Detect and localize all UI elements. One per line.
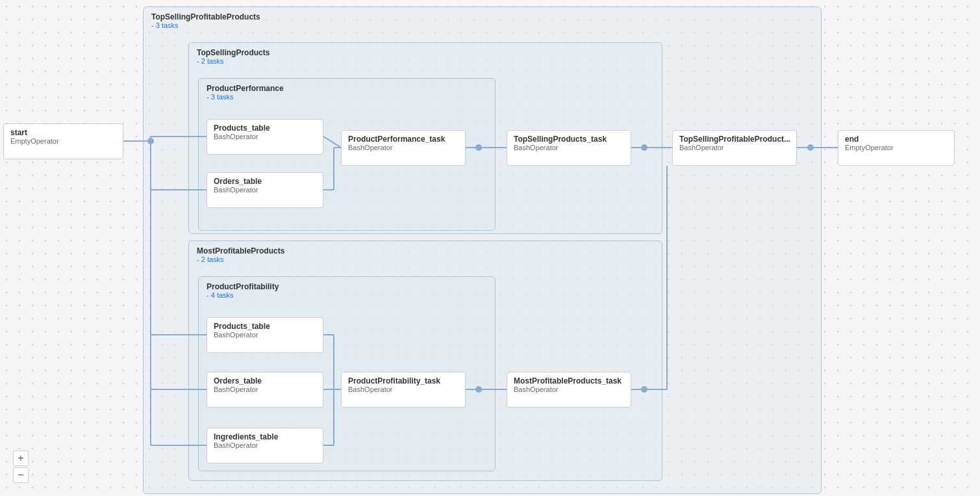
node-orders-table-2[interactable]: Orders_table BashOperator [207, 372, 323, 408]
node-orders-table-2-subtitle: BashOperator [214, 385, 316, 393]
node-top-selling-products-task-title: TopSellingProducts_task [514, 135, 624, 144]
node-product-performance-task-title: ProductPerformance_task [348, 135, 459, 144]
node-top-selling-profitable-task-subtitle: BashOperator [679, 144, 790, 151]
group-label-most-profitable: MostProfitableProducts - 2 tasks [197, 246, 284, 263]
group-title-top-selling: TopSellingProducts [197, 48, 270, 57]
node-products-table-1-title: Products_table [214, 124, 316, 133]
node-ingredients-table-title: Ingredients_table [214, 432, 316, 441]
node-top-selling-profitable-task-title: TopSellingProfitableProduct... [679, 135, 790, 144]
node-products-table-2-title: Products_table [214, 322, 316, 331]
zoom-in-button[interactable]: + [13, 450, 29, 466]
group-label-product-performance: ProductPerformance - 3 tasks [207, 84, 284, 101]
node-ingredients-table[interactable]: Ingredients_table BashOperator [207, 428, 323, 463]
group-tasks-top-selling: - 2 tasks [197, 57, 270, 65]
node-start[interactable]: start EmptyOperator [3, 124, 123, 159]
zoom-out-button[interactable]: − [13, 467, 29, 483]
node-product-profitability-task-title: ProductProfitability_task [348, 376, 459, 385]
node-end-subtitle: EmptyOperator [845, 144, 948, 151]
node-products-table-2[interactable]: Products_table BashOperator [207, 317, 323, 353]
group-tasks-product-profitability: - 4 tasks [207, 291, 279, 299]
node-end-title: end [845, 135, 948, 144]
node-orders-table-1-subtitle: BashOperator [214, 186, 316, 194]
node-start-subtitle: EmptyOperator [10, 137, 116, 145]
node-most-profitable-task-subtitle: BashOperator [514, 385, 624, 393]
node-end[interactable]: end EmptyOperator [838, 130, 955, 166]
group-title-most-profitable: MostProfitableProducts [197, 246, 284, 255]
node-product-performance-task[interactable]: ProductPerformance_task BashOperator [341, 130, 466, 166]
node-start-title: start [10, 128, 116, 137]
node-products-table-1-subtitle: BashOperator [214, 133, 316, 140]
node-top-selling-products-task-subtitle: BashOperator [514, 144, 624, 151]
group-label-top-selling-profitable: TopSellingProfitableProducts - 3 tasks [151, 12, 260, 29]
node-orders-table-2-title: Orders_table [214, 376, 316, 385]
node-product-profitability-task[interactable]: ProductProfitability_task BashOperator [341, 372, 466, 408]
node-products-table-1[interactable]: Products_table BashOperator [207, 119, 323, 155]
group-title-product-profitability: ProductProfitability [207, 282, 279, 291]
workflow-canvas: TopSellingProfitableProducts - 3 tasks T… [0, 0, 980, 496]
node-top-selling-products-task[interactable]: TopSellingProducts_task BashOperator [507, 130, 631, 166]
group-label-product-profitability: ProductProfitability - 4 tasks [207, 282, 279, 299]
group-tasks-most-profitable: - 2 tasks [197, 255, 284, 263]
group-tasks-product-performance: - 3 tasks [207, 93, 284, 101]
group-label-top-selling: TopSellingProducts - 2 tasks [197, 48, 270, 65]
node-product-profitability-task-subtitle: BashOperator [348, 385, 459, 393]
node-products-table-2-subtitle: BashOperator [214, 331, 316, 339]
node-orders-table-1[interactable]: Orders_table BashOperator [207, 172, 323, 208]
node-orders-table-1-title: Orders_table [214, 177, 316, 186]
node-most-profitable-task[interactable]: MostProfitableProducts_task BashOperator [507, 372, 631, 408]
node-most-profitable-task-title: MostProfitableProducts_task [514, 376, 624, 385]
node-ingredients-table-subtitle: BashOperator [214, 441, 316, 449]
group-tasks-top-selling-profitable: - 3 tasks [151, 21, 260, 29]
group-title-top-selling-profitable: TopSellingProfitableProducts [151, 12, 260, 21]
group-title-product-performance: ProductPerformance [207, 84, 284, 93]
node-top-selling-profitable-task[interactable]: TopSellingProfitableProduct... BashOpera… [672, 130, 797, 166]
node-product-performance-task-subtitle: BashOperator [348, 144, 459, 151]
zoom-controls: + − [13, 450, 29, 483]
